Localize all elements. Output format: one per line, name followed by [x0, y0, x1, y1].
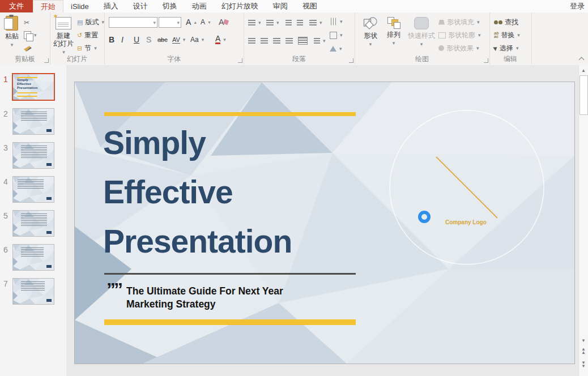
top-accent-bar	[104, 112, 356, 116]
slide-thumbnail-7[interactable]	[12, 278, 54, 305]
section-button[interactable]: ⊟ 节	[77, 42, 97, 54]
slide-number-3: 3	[3, 143, 8, 152]
cut-button[interactable]: ✂	[24, 17, 29, 28]
cut-icon: ✂	[24, 19, 29, 27]
slide-canvas[interactable]: Simply Effective Presentation ”” The Ult…	[74, 82, 575, 364]
bold-button[interactable]: B	[109, 34, 114, 45]
title-line-1: Simply	[103, 118, 292, 168]
previous-slide-button[interactable]: ▲▲	[579, 348, 588, 354]
line-spacing-button[interactable]	[309, 17, 322, 28]
decrease-indent-button[interactable]	[286, 17, 292, 28]
section-label: 节	[84, 44, 91, 53]
shrink-font-button[interactable]: A▼	[201, 16, 211, 28]
shape-fill-button[interactable]: 形状填充	[438, 16, 480, 28]
grow-font-button[interactable]: A▲	[186, 16, 197, 28]
scroll-up-arrow[interactable]: ▲	[579, 66, 588, 74]
character-spacing-button[interactable]: AV	[172, 34, 185, 45]
underline-button[interactable]: U	[134, 34, 139, 45]
align-center-icon	[261, 38, 268, 44]
tab-view[interactable]: 视图	[295, 0, 325, 12]
justify-icon	[286, 38, 293, 44]
reset-button[interactable]: ↺ 重置	[77, 29, 98, 41]
slide-thumbnail-6[interactable]	[12, 244, 54, 271]
shapes-icon	[363, 17, 378, 31]
align-left-button[interactable]	[248, 35, 255, 46]
slide-thumbnail-1[interactable]: SimplyEffectivePresentation	[12, 73, 55, 101]
clear-formatting-button[interactable]: A	[219, 16, 228, 28]
next-slide-button[interactable]: ▼▼	[579, 361, 588, 368]
font-name-combo[interactable]	[109, 17, 157, 28]
font-color-button[interactable]: A	[215, 34, 226, 45]
italic-button[interactable]: I	[121, 34, 123, 45]
tab-islide[interactable]: iSlide	[63, 0, 96, 12]
slide-thumbnail-3[interactable]	[12, 142, 54, 169]
tab-slideshow[interactable]: 幻灯片放映	[214, 0, 266, 12]
slide-title[interactable]: Simply Effective Presentation	[103, 118, 292, 266]
scroll-down-arrow[interactable]: ▼	[579, 336, 588, 344]
quick-styles-button[interactable]: 快速样式	[407, 17, 436, 48]
distribute-button[interactable]	[298, 35, 308, 46]
change-case-button[interactable]: Aa	[190, 34, 204, 45]
find-button[interactable]: 查找	[494, 16, 518, 28]
columns-button[interactable]	[314, 35, 326, 46]
drawing-dialog-launcher[interactable]	[484, 58, 488, 63]
character-spacing-icon: AV	[172, 36, 180, 44]
drawing-group-label: 绘图	[355, 54, 489, 64]
subtitle-line-1: The Ultimate Guide For Next Year	[126, 285, 283, 298]
shapes-button[interactable]: 形状	[360, 17, 381, 48]
thumb-title: SimplyEffectivePresentation	[17, 78, 37, 90]
shrink-font-icon: A	[201, 18, 205, 26]
underline-label: U	[134, 35, 139, 44]
slide-thumbnail-5[interactable]	[12, 210, 54, 237]
replace-label: 替换	[501, 31, 514, 40]
tab-home[interactable]: 开始	[33, 0, 63, 12]
tab-insert[interactable]: 插入	[96, 0, 126, 12]
font-size-combo[interactable]	[159, 17, 181, 28]
align-text-button[interactable]	[330, 29, 343, 41]
increase-indent-button[interactable]	[297, 17, 303, 28]
text-direction-button[interactable]	[330, 16, 343, 27]
group-paragraph: 段落	[244, 12, 355, 65]
shape-outline-button[interactable]: 形状轮廓	[438, 29, 481, 41]
shape-effects-button[interactable]: 形状效果	[438, 42, 479, 54]
quick-styles-icon	[414, 17, 429, 29]
slide-thumbnail-2[interactable]	[12, 108, 54, 135]
clipboard-dialog-launcher[interactable]	[44, 58, 49, 63]
tab-design[interactable]: 设计	[126, 0, 155, 12]
slides-group-label: 幻灯片	[50, 54, 104, 64]
vertical-scrollbar[interactable]: ▲ ▼ ▲▲ ▼▼	[578, 65, 588, 376]
bullets-button[interactable]	[248, 17, 261, 28]
paste-label: 粘贴	[5, 32, 19, 40]
sign-in-button[interactable]: 登录	[566, 0, 588, 12]
slide-subtitle[interactable]: The Ultimate Guide For Next Year Marketi…	[126, 285, 283, 311]
thumb-text-block	[21, 247, 44, 258]
numbering-button[interactable]	[266, 17, 279, 28]
select-button[interactable]: 选择	[494, 42, 519, 54]
tab-transitions[interactable]: 切换	[155, 0, 185, 12]
layout-button[interactable]: ▤ 版式	[77, 16, 104, 28]
company-logo-label[interactable]: Company Logo	[445, 219, 487, 225]
scrollbar-thumb[interactable]	[580, 75, 588, 115]
font-dialog-launcher[interactable]	[238, 58, 242, 63]
paste-button[interactable]: 粘贴	[2, 16, 22, 49]
justify-button[interactable]	[286, 35, 293, 46]
paste-icon	[6, 16, 18, 31]
tab-review[interactable]: 审阅	[266, 0, 295, 12]
new-slide-button[interactable]: 新建 幻灯片	[52, 17, 75, 56]
section-icon: ⊟	[77, 45, 82, 52]
copy-button[interactable]	[24, 29, 37, 41]
tab-animations[interactable]: 动画	[185, 0, 214, 12]
format-painter-button[interactable]	[24, 43, 32, 54]
strikethrough-button[interactable]: abc	[157, 34, 168, 45]
align-center-button[interactable]	[261, 35, 268, 46]
paragraph-dialog-launcher[interactable]	[349, 58, 353, 63]
collapse-ribbon-chevron[interactable]	[579, 57, 585, 61]
replace-button[interactable]: abac 替换	[494, 29, 520, 41]
thumb-accent-bar-2	[17, 92, 37, 93]
convert-smartart-button[interactable]	[330, 43, 342, 54]
arrange-button[interactable]: 排列	[384, 17, 403, 47]
align-right-button[interactable]	[273, 35, 280, 46]
tab-file[interactable]: 文件	[0, 0, 33, 12]
slide-thumbnail-4[interactable]	[12, 176, 54, 203]
shadow-button[interactable]: S	[146, 34, 151, 45]
